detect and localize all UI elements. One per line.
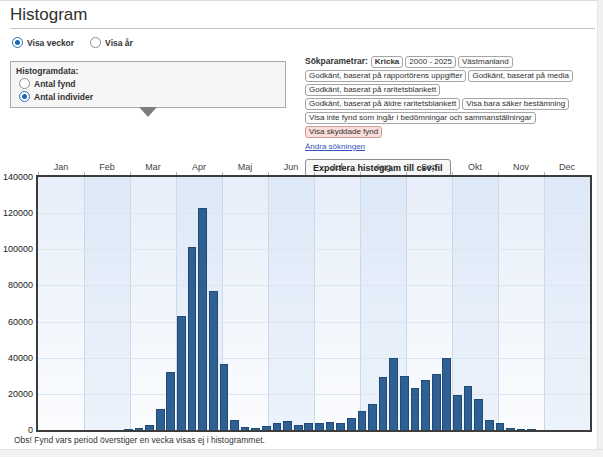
- search-parameters-label: Sökparametrar:: [305, 56, 368, 66]
- month-label: Feb: [84, 162, 130, 172]
- y-axis-tick-label: 20000: [0, 389, 33, 399]
- radio-label: Antal fynd: [34, 79, 76, 89]
- histogram-bar: [496, 423, 505, 430]
- histogram-bar: [432, 374, 441, 430]
- plot-area: [36, 175, 592, 432]
- histogram-bar: [358, 411, 367, 430]
- search-parameter-tags: Sökparametrar:Kricka2000 - 2025Västmanla…: [305, 55, 601, 139]
- radio-visa-veckor[interactable]: Visa veckor: [12, 37, 74, 48]
- histogram-bar: [304, 423, 313, 430]
- histogram-bar: [294, 425, 303, 430]
- footnote: Obs! Fynd vars period överstiger en veck…: [14, 435, 265, 445]
- histogram-bar: [209, 291, 218, 430]
- histogram-bar: [379, 377, 388, 430]
- box-pointer-triangle-icon: [139, 107, 157, 117]
- y-axis-tick-label: 60000: [0, 317, 33, 327]
- search-param-tag[interactable]: Godkänt, baserat på rapportörens uppgift…: [305, 70, 466, 82]
- search-param-tag[interactable]: Västmanland: [458, 56, 513, 68]
- radio-antal-individer[interactable]: Antal individer: [19, 91, 285, 102]
- search-param-tag-protected[interactable]: Visa skyddade fynd: [305, 126, 382, 138]
- histogram-bar: [453, 395, 462, 430]
- radio-visa-ar[interactable]: Visa år: [90, 37, 133, 48]
- histogram-bar: [124, 429, 133, 430]
- histogram-bar: [464, 386, 473, 430]
- radio-icon: [12, 37, 23, 48]
- radio-label: Antal individer: [34, 92, 93, 102]
- month-label: Mar: [130, 162, 176, 172]
- histogram-bar: [241, 427, 250, 430]
- histogram-bar: [442, 358, 451, 430]
- histogram-bar: [336, 423, 345, 430]
- month-label: Dec: [544, 162, 590, 172]
- histogram-bar: [315, 423, 324, 430]
- view-toggle: Visa veckor Visa år: [12, 37, 133, 48]
- search-param-tag[interactable]: Visa inte fynd som ingår i bedömningar o…: [305, 112, 536, 124]
- histogram-bar: [251, 428, 260, 430]
- radio-label: Visa veckor: [27, 38, 74, 48]
- radio-icon: [19, 78, 30, 89]
- page-top-edge: [0, 0, 603, 1]
- month-label: Sep: [406, 162, 452, 172]
- month-label: Apr: [176, 162, 222, 172]
- histogram-bar: [347, 418, 356, 430]
- month-label: Maj: [222, 162, 268, 172]
- histogram-bar: [188, 247, 197, 430]
- histogram-bar: [198, 208, 207, 430]
- y-axis-tick-label: 40000: [0, 353, 33, 363]
- histogram-chart: JanFebMarAprMajJunJulAugSepOktNovDec 020…: [0, 160, 603, 448]
- histogram-bar: [421, 380, 430, 430]
- month-label: Aug: [360, 162, 406, 172]
- search-param-tag[interactable]: Visa bara säker bestämning: [462, 98, 569, 110]
- radio-label: Visa år: [105, 38, 133, 48]
- histogram-bar: [177, 316, 186, 430]
- histogram-bar: [273, 423, 282, 430]
- y-axis-tick-label: 80000: [0, 280, 33, 290]
- month-label: Jul: [314, 162, 360, 172]
- search-param-row: Visa inte fynd som ingår i bedömningar o…: [305, 111, 601, 125]
- month-label: Okt: [452, 162, 498, 172]
- histogram-bar: [517, 429, 526, 430]
- histogram-bar: [156, 409, 165, 430]
- search-param-row: Godkänt, baserat på rapportörens uppgift…: [305, 69, 601, 83]
- month-label: Nov: [498, 162, 544, 172]
- histogramdata-box: Histogramdata: Antal fynd Antal individe…: [10, 61, 286, 108]
- histogram-bar: [506, 428, 515, 430]
- y-axis-tick-label: 120000: [0, 208, 33, 218]
- y-axis-tick-label: 100000: [0, 244, 33, 254]
- page-bottom-edge: [0, 449, 603, 457]
- y-axis-tick-label: 0: [0, 425, 33, 435]
- search-param-tag[interactable]: Godkänt, baserat på äldre raritetsblanke…: [305, 98, 460, 110]
- histogram-bar: [389, 358, 398, 430]
- histogram-bar: [262, 426, 271, 430]
- histogram-bar: [283, 421, 292, 430]
- histogram-bar: [411, 388, 420, 430]
- search-param-row: Godkänt, baserat på äldre raritetsblanke…: [305, 97, 601, 111]
- page-title: Histogram: [10, 5, 87, 25]
- search-parameters: Sökparametrar:Kricka2000 - 2025Västmanla…: [305, 55, 601, 177]
- radio-antal-fynd[interactable]: Antal fynd: [19, 78, 285, 89]
- change-search-link[interactable]: Ändra sökningen: [305, 140, 365, 153]
- header-divider: [10, 28, 595, 29]
- month-label: Jun: [268, 162, 314, 172]
- histogram-bar: [326, 422, 335, 430]
- histogram-bar: [368, 404, 377, 430]
- search-param-tag[interactable]: 2000 - 2025: [405, 56, 456, 68]
- page-right-edge: [597, 0, 603, 457]
- search-param-tag[interactable]: Godkänt, baserat på media: [468, 70, 573, 82]
- histogram-bar: [220, 364, 229, 430]
- histogramdata-label: Histogramdata:: [16, 66, 285, 76]
- search-param-row: Sökparametrar:Kricka2000 - 2025Västmanla…: [305, 55, 601, 69]
- search-param-tag[interactable]: Godkänt, baserat på raritetsblankett: [305, 84, 440, 96]
- search-param-tag[interactable]: Kricka: [371, 56, 403, 68]
- histogram-bar: [485, 420, 494, 430]
- histogram-bar: [135, 428, 144, 430]
- search-param-row: Visa skyddade fynd: [305, 125, 601, 139]
- radio-icon: [19, 91, 30, 102]
- histogram-bar: [527, 429, 536, 430]
- histogram-bar: [166, 372, 175, 430]
- histogram-bar: [400, 376, 409, 430]
- radio-icon: [90, 37, 101, 48]
- histogram-bar: [474, 399, 483, 430]
- search-param-row: Godkänt, baserat på raritetsblankett: [305, 83, 601, 97]
- histogram-bar: [230, 420, 239, 430]
